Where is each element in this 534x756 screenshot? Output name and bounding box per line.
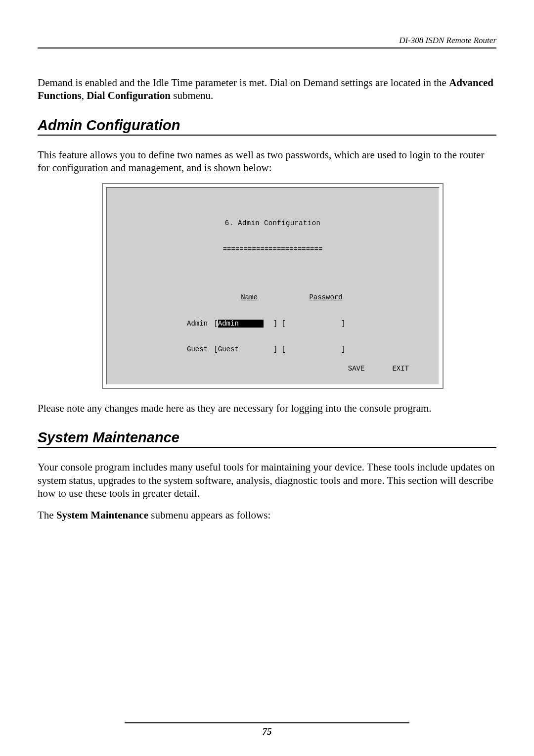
bracket-open-icon: [ xyxy=(210,345,218,354)
intro-text-post: submenu. xyxy=(171,90,213,101)
admin-name-pad xyxy=(239,320,264,328)
exit-button[interactable]: EXIT xyxy=(392,365,409,374)
terminal-row-guest: Guest [Guest] [] xyxy=(183,345,432,354)
empty-label xyxy=(183,293,210,302)
save-button[interactable]: SAVE xyxy=(348,365,365,374)
section-heading-admin: Admin Configuration xyxy=(38,117,496,134)
admin-name-field[interactable]: Admin xyxy=(218,320,273,329)
maintenance-paragraph-1: Your console program includes many usefu… xyxy=(38,461,496,500)
terminal-inner: 6. Admin Configuration =================… xyxy=(106,187,440,385)
row-label-guest: Guest xyxy=(183,345,210,354)
terminal-screenshot: 6. Admin Configuration =================… xyxy=(102,183,444,389)
col-header-password: Password xyxy=(289,293,363,302)
terminal-divider: ======================== xyxy=(114,245,432,254)
maint-p2-post: submenu appears as follows: xyxy=(148,509,270,521)
guest-name-field[interactable]: Guest xyxy=(218,345,273,354)
terminal-title: 6. Admin Configuration xyxy=(114,219,432,228)
guest-name-value: Guest xyxy=(218,345,239,353)
bracket-close-icon: ] xyxy=(273,345,277,354)
bracket-open-icon: [ xyxy=(210,320,218,329)
footer-rule xyxy=(125,722,409,723)
admin-note: Please note any changes made here as the… xyxy=(38,402,496,415)
section-rule-admin xyxy=(38,135,496,136)
row-label-admin: Admin xyxy=(183,320,210,329)
terminal-row-admin: Admin [Admin ] [] xyxy=(183,320,432,329)
running-header: DI-308 ISDN Remote Router xyxy=(38,36,496,46)
content-area: Demand is enabled and the Idle Time para… xyxy=(38,48,496,521)
section-rule-maintenance xyxy=(38,447,496,448)
col-header-name: Name xyxy=(210,293,289,302)
bracket-open-icon: [ xyxy=(277,320,286,329)
bracket-open-icon: [ xyxy=(277,345,286,354)
page: DI-308 ISDN Remote Router Demand is enab… xyxy=(0,0,534,756)
guest-password-field[interactable] xyxy=(286,345,341,354)
bracket-close-icon: ] xyxy=(341,345,345,354)
intro-paragraph: Demand is enabled and the Idle Time para… xyxy=(38,76,496,102)
bracket-close-icon: ] xyxy=(273,320,277,329)
page-number: 75 xyxy=(0,726,534,737)
maint-p2-pre: The xyxy=(38,509,56,521)
maint-p2-bold: System Maintenance xyxy=(56,509,148,521)
intro-bold-2: Dial Configuration xyxy=(87,90,171,101)
section-heading-maintenance: System Maintenance xyxy=(38,429,496,446)
footer-rule-wrap xyxy=(38,722,496,723)
maintenance-paragraph-2: The System Maintenance submenu appears a… xyxy=(38,509,496,521)
bracket-close-icon: ] xyxy=(341,320,345,329)
intro-sep: , xyxy=(82,90,87,101)
admin-password-field[interactable] xyxy=(286,320,341,329)
admin-name-value: Admin xyxy=(218,320,239,328)
admin-paragraph: This feature allows you to define two na… xyxy=(38,148,496,175)
terminal-header-row: Name Password xyxy=(183,293,432,302)
intro-text-pre: Demand is enabled and the Idle Time para… xyxy=(38,77,449,89)
terminal-actions: SAVE EXIT xyxy=(348,365,409,374)
